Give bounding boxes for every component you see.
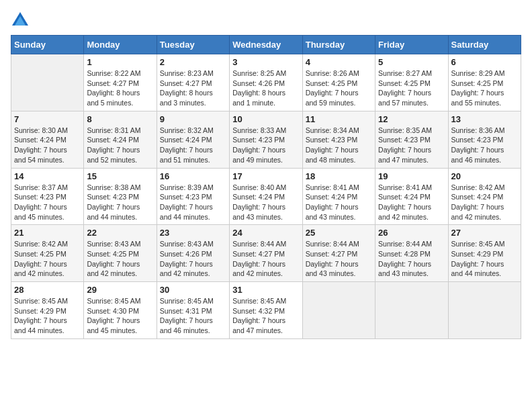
day-info: Sunrise: 8:40 AMSunset: 4:24 PMDaylight:…	[232, 183, 299, 222]
day-number: 2	[160, 57, 226, 67]
day-cell: 8Sunrise: 8:31 AMSunset: 4:24 PMDaylight…	[84, 111, 157, 168]
day-cell: 18Sunrise: 8:41 AMSunset: 4:24 PMDayligh…	[302, 168, 375, 225]
day-cell: 25Sunrise: 8:44 AMSunset: 4:27 PMDayligh…	[302, 225, 375, 282]
week-row-2: 14Sunrise: 8:37 AMSunset: 4:23 PMDayligh…	[11, 168, 521, 225]
day-cell: 2Sunrise: 8:23 AMSunset: 4:27 PMDaylight…	[157, 54, 229, 111]
day-cell: 9Sunrise: 8:32 AMSunset: 4:24 PMDaylight…	[157, 111, 229, 168]
day-number: 24	[232, 228, 299, 238]
day-number: 20	[451, 171, 518, 181]
day-number: 7	[14, 114, 81, 124]
day-cell	[375, 282, 448, 339]
day-info: Sunrise: 8:38 AMSunset: 4:23 PMDaylight:…	[87, 183, 153, 222]
day-info: Sunrise: 8:42 AMSunset: 4:24 PMDaylight:…	[451, 183, 518, 222]
day-cell: 22Sunrise: 8:43 AMSunset: 4:25 PMDayligh…	[84, 225, 157, 282]
week-row-0: 1Sunrise: 8:22 AMSunset: 4:27 PMDaylight…	[11, 54, 521, 111]
day-cell: 29Sunrise: 8:45 AMSunset: 4:30 PMDayligh…	[84, 282, 157, 339]
day-cell: 3Sunrise: 8:25 AMSunset: 4:26 PMDaylight…	[230, 54, 302, 111]
week-row-3: 21Sunrise: 8:42 AMSunset: 4:25 PMDayligh…	[11, 225, 521, 282]
day-number: 6	[451, 57, 518, 67]
day-cell: 30Sunrise: 8:45 AMSunset: 4:31 PMDayligh…	[157, 282, 229, 339]
day-number: 1	[87, 57, 153, 67]
day-cell: 26Sunrise: 8:44 AMSunset: 4:28 PMDayligh…	[375, 225, 448, 282]
day-info: Sunrise: 8:45 AMSunset: 4:30 PMDaylight:…	[87, 296, 153, 336]
day-info: Sunrise: 8:26 AMSunset: 4:25 PMDaylight:…	[306, 68, 372, 108]
day-cell: 21Sunrise: 8:42 AMSunset: 4:25 PMDayligh…	[11, 225, 84, 282]
day-number: 27	[451, 228, 518, 238]
day-cell: 31Sunrise: 8:45 AMSunset: 4:32 PMDayligh…	[230, 282, 302, 339]
day-cell	[302, 282, 375, 339]
day-cell: 10Sunrise: 8:33 AMSunset: 4:23 PMDayligh…	[230, 111, 302, 168]
header-wednesday: Wednesday	[230, 36, 302, 54]
day-number: 25	[306, 228, 372, 238]
day-number: 17	[232, 171, 299, 181]
day-number: 22	[87, 228, 153, 238]
day-cell: 14Sunrise: 8:37 AMSunset: 4:23 PMDayligh…	[11, 168, 84, 225]
day-info: Sunrise: 8:37 AMSunset: 4:23 PMDaylight:…	[14, 183, 81, 222]
calendar-table: SundayMondayTuesdayWednesdayThursdayFrid…	[11, 35, 521, 339]
day-cell: 6Sunrise: 8:29 AMSunset: 4:25 PMDaylight…	[448, 54, 521, 111]
day-number: 28	[14, 285, 81, 295]
day-cell: 27Sunrise: 8:45 AMSunset: 4:29 PMDayligh…	[448, 225, 521, 282]
logo-icon	[11, 11, 30, 30]
day-number: 26	[378, 228, 445, 238]
day-info: Sunrise: 8:22 AMSunset: 4:27 PMDaylight:…	[87, 68, 153, 108]
day-info: Sunrise: 8:34 AMSunset: 4:23 PMDaylight:…	[306, 126, 372, 165]
day-cell: 20Sunrise: 8:42 AMSunset: 4:24 PMDayligh…	[448, 168, 521, 225]
header-monday: Monday	[84, 36, 157, 54]
day-info: Sunrise: 8:45 AMSunset: 4:31 PMDaylight:…	[160, 296, 226, 336]
day-info: Sunrise: 8:45 AMSunset: 4:29 PMDaylight:…	[14, 296, 81, 336]
day-cell: 19Sunrise: 8:41 AMSunset: 4:24 PMDayligh…	[375, 168, 448, 225]
day-number: 23	[160, 228, 226, 238]
calendar-header-row: SundayMondayTuesdayWednesdayThursdayFrid…	[11, 36, 521, 54]
header-saturday: Saturday	[448, 36, 521, 54]
day-number: 31	[232, 285, 299, 295]
day-info: Sunrise: 8:42 AMSunset: 4:25 PMDaylight:…	[14, 239, 81, 279]
day-number: 30	[160, 285, 226, 295]
day-number: 19	[378, 171, 445, 181]
day-cell: 7Sunrise: 8:30 AMSunset: 4:24 PMDaylight…	[11, 111, 84, 168]
day-number: 18	[306, 171, 372, 181]
day-number: 12	[378, 114, 445, 124]
day-number: 16	[160, 171, 226, 181]
day-info: Sunrise: 8:31 AMSunset: 4:24 PMDaylight:…	[87, 126, 153, 165]
day-number: 21	[14, 228, 81, 238]
week-row-1: 7Sunrise: 8:30 AMSunset: 4:24 PMDaylight…	[11, 111, 521, 168]
day-info: Sunrise: 8:45 AMSunset: 4:29 PMDaylight:…	[451, 239, 518, 279]
day-info: Sunrise: 8:39 AMSunset: 4:23 PMDaylight:…	[160, 183, 226, 222]
day-cell: 16Sunrise: 8:39 AMSunset: 4:23 PMDayligh…	[157, 168, 229, 225]
day-cell: 13Sunrise: 8:36 AMSunset: 4:23 PMDayligh…	[448, 111, 521, 168]
day-info: Sunrise: 8:43 AMSunset: 4:26 PMDaylight:…	[160, 239, 226, 279]
day-number: 4	[306, 57, 372, 67]
day-info: Sunrise: 8:25 AMSunset: 4:26 PMDaylight:…	[232, 68, 299, 108]
day-cell: 24Sunrise: 8:44 AMSunset: 4:27 PMDayligh…	[230, 225, 302, 282]
day-info: Sunrise: 8:41 AMSunset: 4:24 PMDaylight:…	[306, 183, 372, 222]
day-cell: 12Sunrise: 8:35 AMSunset: 4:23 PMDayligh…	[375, 111, 448, 168]
logo	[11, 11, 32, 30]
day-info: Sunrise: 8:44 AMSunset: 4:27 PMDaylight:…	[306, 239, 372, 279]
day-info: Sunrise: 8:35 AMSunset: 4:23 PMDaylight:…	[378, 126, 445, 165]
day-cell: 4Sunrise: 8:26 AMSunset: 4:25 PMDaylight…	[302, 54, 375, 111]
day-number: 13	[451, 114, 518, 124]
day-cell: 1Sunrise: 8:22 AMSunset: 4:27 PMDaylight…	[84, 54, 157, 111]
day-number: 29	[87, 285, 153, 295]
day-cell: 23Sunrise: 8:43 AMSunset: 4:26 PMDayligh…	[157, 225, 229, 282]
day-info: Sunrise: 8:27 AMSunset: 4:25 PMDaylight:…	[378, 68, 445, 108]
day-info: Sunrise: 8:32 AMSunset: 4:24 PMDaylight:…	[160, 126, 226, 165]
day-info: Sunrise: 8:41 AMSunset: 4:24 PMDaylight:…	[378, 183, 445, 222]
day-info: Sunrise: 8:29 AMSunset: 4:25 PMDaylight:…	[451, 68, 518, 108]
day-number: 9	[160, 114, 226, 124]
day-cell: 17Sunrise: 8:40 AMSunset: 4:24 PMDayligh…	[230, 168, 302, 225]
day-number: 3	[232, 57, 299, 67]
day-number: 11	[306, 114, 372, 124]
header-friday: Friday	[375, 36, 448, 54]
day-cell	[11, 54, 84, 111]
day-number: 8	[87, 114, 153, 124]
day-info: Sunrise: 8:23 AMSunset: 4:27 PMDaylight:…	[160, 68, 226, 108]
day-number: 15	[87, 171, 153, 181]
day-cell: 5Sunrise: 8:27 AMSunset: 4:25 PMDaylight…	[375, 54, 448, 111]
day-info: Sunrise: 8:33 AMSunset: 4:23 PMDaylight:…	[232, 126, 299, 165]
day-number: 5	[378, 57, 445, 67]
header-thursday: Thursday	[302, 36, 375, 54]
day-cell: 15Sunrise: 8:38 AMSunset: 4:23 PMDayligh…	[84, 168, 157, 225]
day-info: Sunrise: 8:30 AMSunset: 4:24 PMDaylight:…	[14, 126, 81, 165]
